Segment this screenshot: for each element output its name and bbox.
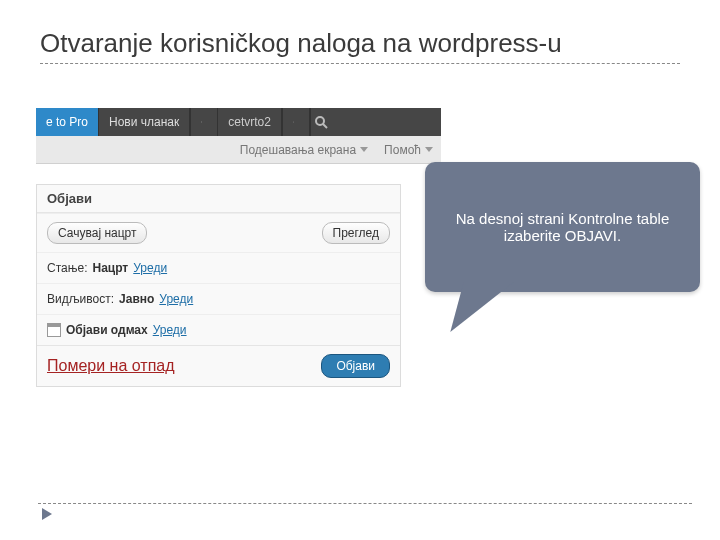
instruction-callout: Na desnoj strani Kontrolne table izaberi… [425,162,700,292]
status-label: Стање: [47,261,87,275]
visibility-edit-link[interactable]: Уреди [159,292,193,306]
footer-divider [38,503,692,504]
title-underline [40,63,680,64]
status-value: Нацрт [92,261,128,275]
help-toggle[interactable]: Помоћ [376,136,441,163]
svg-line-3 [323,124,327,128]
move-to-trash-link[interactable]: Помери на отпад [47,357,175,375]
screen-options-label: Подешавања екрана [240,143,356,157]
screen-options-toggle[interactable]: Подешавања екрана [232,136,376,163]
wordpress-screenshot: e to Pro Нови чланак cetvrto2 Подешавања… [36,108,441,387]
publish-panel-header: Објави [37,185,400,213]
slide-marker-icon [42,508,52,520]
callout-text: Na desnoj strani Kontrolne table izaberi… [439,210,686,244]
calendar-icon [47,323,61,337]
new-post-label: Нови чланак [109,115,179,129]
upgrade-to-pro-button[interactable]: e to Pro [36,108,99,136]
visibility-value: Јавно [119,292,154,306]
chevron-down-icon [360,147,368,152]
publish-button[interactable]: Објави [321,354,390,378]
visibility-label: Видљивост: [47,292,114,306]
admin-bar: e to Pro Нови чланак cetvrto2 [36,108,441,136]
chevron-down-icon [425,147,433,152]
site-name[interactable]: cetvrto2 [218,108,282,136]
svg-point-2 [316,117,324,125]
status-edit-link[interactable]: Уреди [133,261,167,275]
comments-icon[interactable] [190,108,218,136]
callout-tail [450,282,513,332]
help-label: Помоћ [384,143,421,157]
publish-panel: Објави Сачувај нацрт Преглед Стање: Нацр… [36,184,401,387]
screen-meta-bar: Подешавања екрана Помоћ [36,136,441,164]
user-avatar-icon[interactable] [282,108,310,136]
save-draft-button[interactable]: Сачувај нацрт [47,222,147,244]
new-post-menu[interactable]: Нови чланак [99,108,190,136]
page-title: Otvaranje korisničkog naloga na wordpres… [40,28,680,59]
publish-now-label: Објави одмах [66,323,148,337]
schedule-edit-link[interactable]: Уреди [153,323,187,337]
preview-button[interactable]: Преглед [322,222,391,244]
search-icon[interactable] [310,108,332,136]
